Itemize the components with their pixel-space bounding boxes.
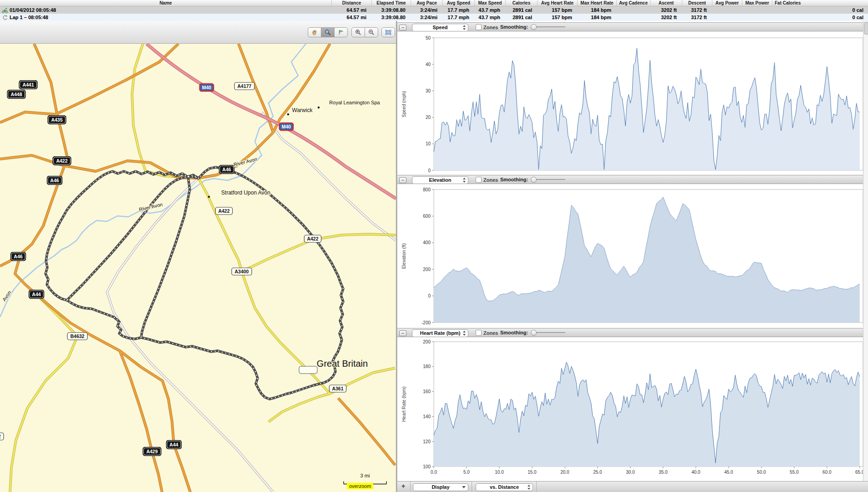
cell-avg-speed: 17.7 mph <box>443 14 475 21</box>
col-calories[interactable]: Calories <box>506 0 538 6</box>
pan-hand-button[interactable] <box>308 28 321 37</box>
col-avg-pace[interactable]: Avg Pace <box>411 0 443 6</box>
summary-table-header[interactable]: Name Distance Elapsed Time Avg Pace Avg … <box>0 0 868 6</box>
col-distance[interactable]: Distance <box>332 0 372 6</box>
activity-window: Name Distance Elapsed Time Avg Pace Avg … <box>0 0 868 492</box>
place-dot <box>287 113 289 115</box>
col-max-heart-rate[interactable]: Max Heart Rate <box>578 0 617 6</box>
col-avg-cadence[interactable]: Avg Cadence <box>617 0 650 6</box>
vertical-scrollbar[interactable] <box>863 21 868 481</box>
zoom-in-icon <box>355 29 362 36</box>
cell-descent: 3172 ft <box>682 6 712 14</box>
col-ascent[interactable]: Ascent <box>650 0 682 6</box>
x-axis-tick: 10.0 <box>495 470 504 475</box>
road-shield: A46 <box>10 252 26 261</box>
scale-label: 3 mi <box>342 473 388 478</box>
svg-text:A3400: A3400 <box>235 269 249 274</box>
scrollbar-thumb[interactable] <box>864 22 868 35</box>
svg-text:A44: A44 <box>32 292 41 297</box>
y-axis-tick: 30 <box>426 88 431 93</box>
y-axis-title: Elevation (ft) <box>401 243 406 269</box>
col-name[interactable]: Name <box>0 0 332 6</box>
heart-rate-bpm--plot[interactable]: 100120140160180200Heart Rate (bpm)0.05.0… <box>397 337 868 479</box>
heart-rate-chart[interactable]: 100120140160180200Heart Rate (bpm)0.05.0… <box>397 337 868 479</box>
y-axis-tick: 160 <box>423 389 431 394</box>
slider-knob[interactable] <box>531 177 537 183</box>
slider-knob[interactable] <box>531 24 537 30</box>
cell-calories: 2891 cal <box>506 14 538 21</box>
speed-metric-dropdown[interactable]: Speed <box>412 24 468 31</box>
magnifier-icon <box>324 29 331 36</box>
y-axis-tick: 100 <box>423 464 431 469</box>
zones-checkbox[interactable] <box>476 24 482 30</box>
svg-text:M40: M40 <box>282 124 291 129</box>
fit-view-button[interactable] <box>382 28 395 37</box>
y-axis-tick: 180 <box>423 364 431 369</box>
smoothing-slider[interactable] <box>531 177 565 182</box>
zoom-out-button[interactable] <box>365 28 378 37</box>
collapse-icon[interactable]: – <box>399 25 406 31</box>
overzoom-badge: overzoom <box>347 483 373 489</box>
cell-elapsed-time: 3:39:08.80 <box>372 14 411 21</box>
speed-chart[interactable]: 01020304050Speed (mph) <box>397 31 868 175</box>
map-view[interactable]: M40M40A4177A441A448A435A422A46A46A46A44A… <box>0 44 396 492</box>
cell-fat-calories: 0 cal <box>772 6 868 14</box>
smoothing-slider[interactable] <box>531 330 565 335</box>
col-descent[interactable]: Descent <box>682 0 712 6</box>
cell-avg-power <box>712 14 742 21</box>
slider-knob[interactable] <box>531 330 537 336</box>
add-chart-button[interactable]: + <box>399 483 407 490</box>
col-elapsed-time[interactable]: Elapsed Time <box>372 0 411 6</box>
collapse-icon[interactable]: – <box>399 177 406 183</box>
smoothing-slider[interactable] <box>531 24 565 30</box>
cell-ascent: 3202 ft <box>650 14 682 21</box>
y-axis-tick: 600 <box>423 214 431 219</box>
x-axis-tick: 45.0 <box>724 470 733 475</box>
vs-distance-dropdown[interactable]: vs. Distance <box>476 483 533 491</box>
map-canvas[interactable]: M40M40A4177A441A448A435A422A46A46A46A44A… <box>0 44 396 492</box>
col-fat-calories[interactable]: Fat Calories <box>772 0 868 6</box>
cell-fat-calories: 0 cal <box>772 14 868 21</box>
zoom-in-button[interactable] <box>352 28 365 37</box>
zones-checkbox[interactable] <box>476 177 482 183</box>
lap-icon <box>2 15 8 20</box>
speed-plot[interactable]: 01020304050Speed (mph) <box>397 31 868 175</box>
place-dot <box>208 196 210 198</box>
heart-rate-metric-dropdown[interactable]: Heart Rate (bpm) <box>412 329 468 337</box>
dropdown-label: vs. Distance <box>490 484 519 490</box>
col-max-speed[interactable]: Max Speed <box>475 0 506 6</box>
col-avg-heart-rate[interactable]: Avg Heart Rate <box>538 0 578 6</box>
elevation-chart[interactable]: -2000200400600800Elevation (ft) <box>397 184 868 328</box>
cell-avg-speed: 17.7 mph <box>443 6 475 14</box>
road-shield: A435 <box>47 115 66 124</box>
map-toolbar <box>0 21 396 44</box>
col-avg-speed[interactable]: Avg Speed <box>443 0 475 6</box>
zones-checkbox[interactable] <box>476 330 482 336</box>
table-row[interactable]: 01/04/2012 08:05:4864.57 mi3:39:08.803:2… <box>0 6 868 14</box>
y-axis-tick: 140 <box>423 414 431 419</box>
dropdown-label: Elevation <box>429 177 452 183</box>
svg-text:A4177: A4177 <box>238 83 252 89</box>
charts-bottom-bar: + Display vs. Distance <box>397 481 868 492</box>
elevation-plot[interactable]: -2000200400600800Elevation (ft) <box>397 184 868 328</box>
col-max-power[interactable]: Max Power <box>742 0 772 6</box>
flag-button[interactable] <box>335 28 347 37</box>
y-axis-tick: 10 <box>426 141 431 146</box>
zoom-select-button[interactable] <box>321 28 335 37</box>
col-avg-power[interactable]: Avg Power <box>712 0 742 6</box>
svg-text:A46: A46 <box>222 167 231 172</box>
cell-max-power <box>742 14 772 21</box>
table-row[interactable]: Lap 1 – 08:05:4864.57 mi3:39:08.803:24/m… <box>0 14 868 21</box>
cell-elapsed-time: 3:39:08.80 <box>372 6 411 14</box>
collapse-icon[interactable]: – <box>399 330 406 336</box>
stepper-icon <box>462 331 467 336</box>
elevation-metric-dropdown[interactable]: Elevation <box>412 176 468 184</box>
map-place-label: Royal Leamington Spa <box>329 100 380 105</box>
svg-text:A422: A422 <box>307 236 318 241</box>
road-shield: A361 <box>329 385 346 392</box>
y-axis-tick: 120 <box>423 439 431 444</box>
road-shield: A44 <box>166 440 182 449</box>
speed-chart-header: – Speed Zones Smoothing: <box>397 22 868 31</box>
svg-text:B4632: B4632 <box>0 434 1 439</box>
display-dropdown[interactable]: Display <box>413 483 468 491</box>
